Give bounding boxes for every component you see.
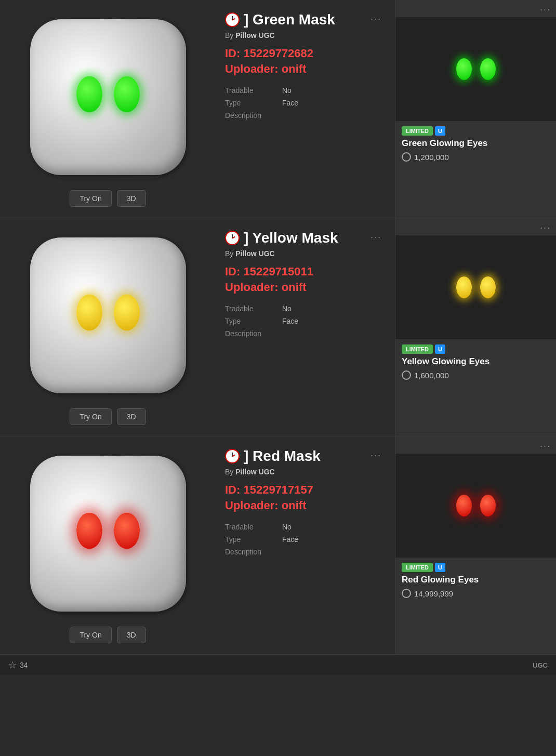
item-card-green: Try On 3D ] Green Mask ··· By Pillow UGC… bbox=[0, 0, 556, 218]
tradable-label-yellow: Tradable bbox=[225, 302, 282, 315]
tradable-row-green: Tradable No bbox=[225, 84, 314, 97]
item-uploader-yellow: Uploader: onift bbox=[225, 281, 386, 294]
mask-container-yellow bbox=[22, 230, 194, 401]
mask-body-green bbox=[30, 19, 186, 175]
item-card-red: Try On 3D ] Red Mask ··· By Pillow UGC I… bbox=[0, 436, 556, 655]
eye-left-yellow bbox=[76, 294, 102, 330]
related-image-red bbox=[395, 454, 556, 558]
price-text-red: 14,999,999 bbox=[414, 589, 453, 598]
description-row-red: Description bbox=[225, 546, 314, 558]
ugc-label: UGC bbox=[533, 661, 548, 669]
description-label-red: Description bbox=[225, 546, 282, 558]
bottom-bar: ☆ 34 UGC bbox=[0, 655, 556, 675]
title-row-yellow: ] Yellow Mask ··· bbox=[225, 230, 386, 246]
more-options-red[interactable]: ··· bbox=[366, 448, 386, 463]
tradable-value-green: No bbox=[282, 84, 314, 97]
creator-red: Pillow UGC bbox=[235, 468, 274, 476]
three-d-button-red[interactable]: 3D bbox=[117, 627, 146, 643]
item-preview-yellow: Try On 3D bbox=[0, 218, 216, 436]
robux-icon-red bbox=[402, 589, 411, 598]
related-name-yellow[interactable]: Yellow Glowing Eyes bbox=[395, 356, 556, 370]
title-text-green: ] Green Mask bbox=[244, 11, 335, 28]
mask-container-green bbox=[22, 11, 194, 183]
item-title-red: ] Red Mask bbox=[225, 448, 321, 465]
item-uploader-green: Uploader: onift bbox=[225, 62, 386, 76]
eye-right-green bbox=[114, 76, 140, 112]
creator-yellow: Pillow UGC bbox=[235, 249, 274, 258]
item-uploader-red: Uploader: onift bbox=[225, 499, 386, 512]
related-more-yellow[interactable]: ··· bbox=[395, 218, 556, 235]
limited-badge-green: LIMITED bbox=[402, 126, 433, 136]
limited-badge-yellow: LIMITED bbox=[402, 344, 433, 354]
item-meta-yellow: Tradable No Type Face Description bbox=[225, 302, 386, 340]
type-label-red: Type bbox=[225, 533, 282, 546]
try-on-button-green[interactable]: Try On bbox=[70, 190, 111, 207]
by-line-yellow: By Pillow UGC bbox=[225, 249, 386, 258]
eye-right-red bbox=[114, 512, 140, 549]
eye-left-red bbox=[76, 512, 102, 549]
related-more-red[interactable]: ··· bbox=[395, 436, 556, 454]
eyes-green bbox=[76, 76, 140, 112]
related-panel-yellow: ··· LIMITED U Yellow Glowing Eyes 1,600,… bbox=[395, 218, 556, 436]
related-eye-right-red bbox=[480, 495, 496, 516]
related-price-red: 14,999,999 bbox=[395, 589, 556, 604]
eye-left-green bbox=[76, 76, 102, 112]
related-panel-red: ··· LIMITED U Red Glowing Eyes 14,999,99… bbox=[395, 436, 556, 654]
eye-right-yellow bbox=[114, 294, 140, 330]
description-row-green: Description bbox=[225, 109, 314, 122]
u-badge-yellow: U bbox=[435, 344, 445, 354]
type-label-yellow: Type bbox=[225, 315, 282, 327]
star-icon[interactable]: ☆ bbox=[8, 659, 17, 671]
item-meta-red: Tradable No Type Face Description bbox=[225, 521, 386, 558]
three-d-button-green[interactable]: 3D bbox=[117, 190, 146, 207]
item-meta-green: Tradable No Type Face Description bbox=[225, 84, 386, 122]
three-d-button-yellow[interactable]: 3D bbox=[117, 408, 146, 425]
related-more-green[interactable]: ··· bbox=[395, 0, 556, 17]
try-on-button-red[interactable]: Try On bbox=[70, 627, 111, 643]
item-preview-green: Try On 3D bbox=[0, 0, 216, 218]
robux-icon-yellow bbox=[402, 370, 411, 380]
try-on-button-yellow[interactable]: Try On bbox=[70, 408, 111, 425]
eyes-red bbox=[76, 512, 140, 549]
type-row-green: Type Face bbox=[225, 97, 314, 109]
related-eye-left-red bbox=[456, 495, 472, 516]
description-label-green: Description bbox=[225, 109, 282, 122]
title-row-green: ] Green Mask ··· bbox=[225, 11, 386, 28]
description-value-green bbox=[282, 109, 314, 122]
creator-green: Pillow UGC bbox=[235, 31, 274, 39]
related-panel-green: ··· LIMITED U Green Glowing Eyes 1,200,0… bbox=[395, 0, 556, 218]
type-row-yellow: Type Face bbox=[225, 315, 314, 327]
related-image-green bbox=[395, 17, 556, 121]
mask-body-red bbox=[30, 456, 186, 612]
related-name-green[interactable]: Green Glowing Eyes bbox=[395, 138, 556, 152]
tradable-value-red: No bbox=[282, 521, 314, 533]
clock-icon-green bbox=[225, 12, 240, 27]
related-image-yellow bbox=[395, 235, 556, 339]
button-row-red: Try On 3D bbox=[70, 627, 145, 643]
more-options-yellow[interactable]: ··· bbox=[366, 230, 386, 245]
related-badges-red: LIMITED U bbox=[395, 558, 556, 574]
price-text-green: 1,200,000 bbox=[414, 153, 449, 162]
type-value-yellow: Face bbox=[282, 315, 314, 327]
button-row-yellow: Try On 3D bbox=[70, 408, 145, 425]
more-options-green[interactable]: ··· bbox=[366, 11, 386, 26]
description-label-yellow: Description bbox=[225, 327, 282, 340]
item-info-green: ] Green Mask ··· By Pillow UGC ID: 15229… bbox=[216, 0, 395, 218]
item-id-green: ID: 15229772682 bbox=[225, 47, 386, 60]
mask-container-red bbox=[22, 448, 194, 619]
type-row-red: Type Face bbox=[225, 533, 314, 546]
eyes-yellow bbox=[76, 294, 140, 330]
by-line-green: By Pillow UGC bbox=[225, 31, 386, 39]
related-eye-left-green bbox=[456, 58, 472, 80]
related-eyes-red bbox=[456, 495, 496, 516]
type-value-green: Face bbox=[282, 97, 314, 109]
item-card-yellow: Try On 3D ] Yellow Mask ··· By Pillow UG… bbox=[0, 218, 556, 436]
item-title-yellow: ] Yellow Mask bbox=[225, 230, 338, 246]
type-label-green: Type bbox=[225, 97, 282, 109]
related-eye-right-yellow bbox=[480, 276, 496, 298]
item-title-green: ] Green Mask bbox=[225, 11, 335, 28]
item-id-red: ID: 15229717157 bbox=[225, 483, 386, 497]
mask-body-yellow bbox=[30, 237, 186, 393]
related-name-red[interactable]: Red Glowing Eyes bbox=[395, 574, 556, 589]
limited-badge-red: LIMITED bbox=[402, 563, 433, 572]
